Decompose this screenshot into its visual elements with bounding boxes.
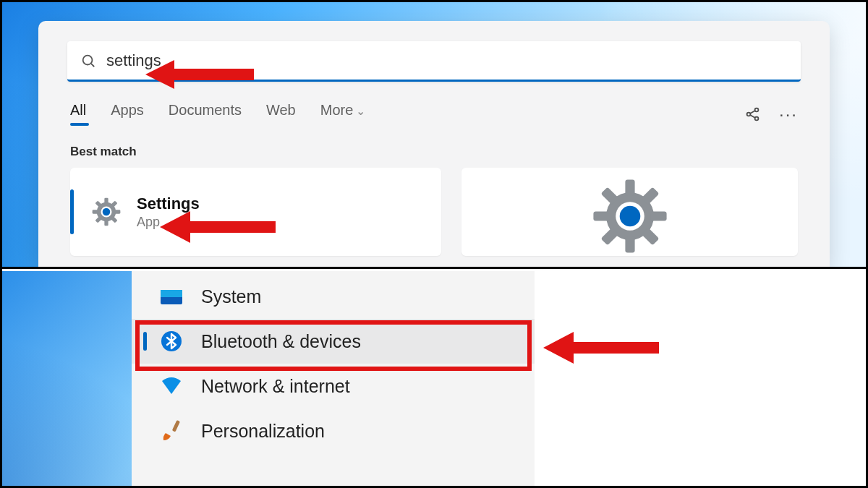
- svg-line-1: [91, 64, 94, 67]
- gear-icon: [90, 196, 122, 228]
- more-icon[interactable]: ···: [779, 104, 798, 124]
- wifi-icon: [161, 375, 182, 397]
- tutorial-composite: All Apps Documents Web More⌄ ···: [0, 0, 868, 488]
- nav-label: Personalization: [201, 421, 325, 442]
- svg-rect-22: [650, 211, 666, 221]
- chevron-down-icon: ⌄: [356, 105, 365, 117]
- svg-rect-32: [161, 290, 182, 297]
- tab-apps[interactable]: Apps: [111, 102, 144, 126]
- search-input[interactable]: [106, 51, 788, 70]
- svg-rect-11: [114, 210, 120, 213]
- result-title: Settings: [137, 194, 200, 213]
- svg-point-17: [103, 208, 111, 216]
- svg-rect-34: [172, 420, 180, 432]
- svg-point-28: [619, 206, 640, 227]
- svg-rect-21: [593, 211, 609, 221]
- result-preview-pane: [461, 168, 798, 256]
- share-icon[interactable]: [744, 106, 762, 123]
- results-row: Settings App: [70, 168, 798, 256]
- result-subtitle: App: [137, 215, 200, 230]
- tab-web[interactable]: Web: [266, 102, 296, 126]
- result-settings[interactable]: Settings App: [70, 168, 441, 256]
- settings-sidebar-screenshot: System Bluetooth & devices Network: [2, 271, 866, 486]
- search-window: All Apps Documents Web More⌄ ···: [38, 21, 830, 267]
- nav-label: Bluetooth & devices: [201, 331, 361, 352]
- tab-more-label: More: [320, 102, 354, 118]
- svg-rect-9: [104, 220, 108, 226]
- nav-personalization[interactable]: Personalization: [132, 408, 535, 453]
- svg-line-5: [750, 111, 755, 114]
- search-tabs: All Apps Documents Web More⌄ ···: [70, 102, 798, 126]
- tab-all[interactable]: All: [70, 102, 86, 126]
- svg-rect-10: [93, 210, 98, 213]
- svg-line-6: [750, 115, 755, 118]
- settings-nav: System Bluetooth & devices Network: [132, 271, 535, 486]
- nav-label: System: [201, 286, 261, 307]
- nav-network-internet[interactable]: Network & internet: [132, 364, 535, 408]
- svg-rect-8: [104, 198, 108, 204]
- tab-more[interactable]: More⌄: [320, 102, 366, 126]
- paintbrush-icon: [161, 420, 182, 442]
- search-bar[interactable]: [67, 41, 801, 82]
- system-icon: [161, 286, 182, 307]
- search-icon: [80, 53, 96, 69]
- gear-icon: [590, 176, 670, 256]
- svg-rect-20: [625, 237, 634, 253]
- bluetooth-icon: [161, 330, 182, 352]
- best-match-heading: Best match: [70, 145, 830, 159]
- nav-label: Network & internet: [201, 376, 350, 397]
- nav-system[interactable]: System: [132, 274, 535, 319]
- svg-point-0: [83, 55, 93, 64]
- svg-rect-19: [625, 179, 634, 195]
- search-flyout-screenshot: All Apps Documents Web More⌄ ···: [2, 2, 866, 269]
- nav-bluetooth-devices[interactable]: Bluetooth & devices: [132, 319, 535, 364]
- tab-documents[interactable]: Documents: [169, 102, 242, 126]
- settings-content-area: [535, 271, 866, 486]
